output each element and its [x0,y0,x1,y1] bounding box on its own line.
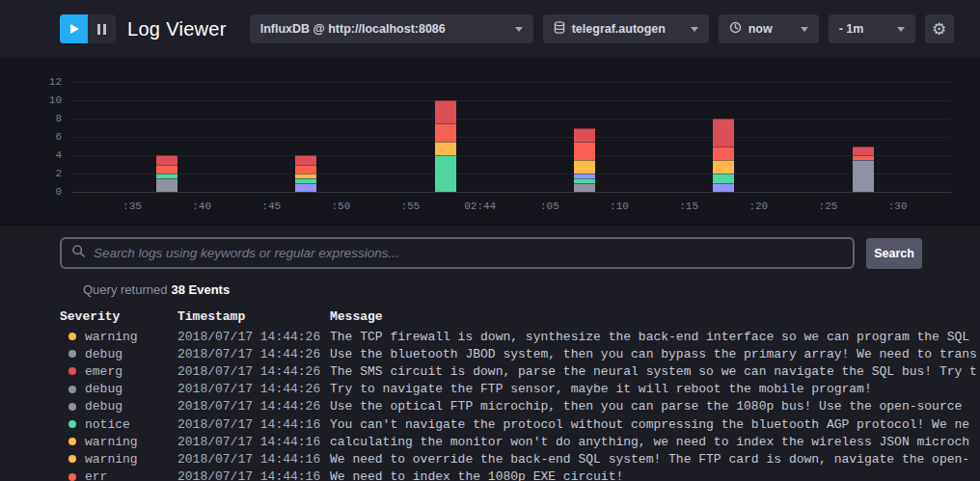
y-axis-label: 10 [35,94,62,106]
log-viewer-app: Log Viewer InfluxDB @ http://localhost:8… [0,0,980,481]
histogram-bar[interactable] [574,128,595,193]
severity-cell: warning [60,452,177,467]
x-axis-label: :10 [590,200,648,212]
table-row[interactable]: warning2018/07/17 14:44:16calculating th… [60,433,980,450]
table-row[interactable]: debug2018/07/17 14:44:26Use the bluetoot… [60,345,980,362]
bar-segment-warning [574,160,595,174]
message-cell: We need to index the 1080p EXE circuit! [330,469,980,481]
chevron-down-icon [691,27,698,32]
message-cell: calculating the monitor won't do anythin… [330,435,980,449]
table-row[interactable]: err2018/07/17 14:44:16We need to index t… [60,468,980,481]
timestamp-cell: 2018/07/17 14:44:26 [177,382,330,396]
query-status: Query returned38 Events [83,282,980,297]
x-axis-label: :30 [869,200,927,212]
bar-segment-warning [435,142,456,155]
time-dropdown-label: now [749,22,773,36]
severity-cell: debug [60,382,177,396]
source-dropdown-label: InfluxDB @ http://localhost:8086 [260,22,446,36]
bar-segment-debug [853,160,874,192]
clock-icon [729,21,742,37]
x-axis-label: :20 [729,200,787,212]
table-row[interactable]: warning2018/07/17 14:44:26The TCP firewa… [60,328,980,345]
query-status-prefix: Query returned [83,282,167,297]
settings-button[interactable]: ⚙ [925,14,954,43]
severity-label: debug [85,347,122,361]
x-axis-label: :05 [521,200,579,212]
severity-cell: warning [60,435,177,449]
histogram-chart: 024681012:35:40:45:50:5502:44:05:10:15:2… [0,58,980,224]
message-cell: Try to navigate the FTP sensor, maybe it… [330,382,980,396]
message-cell: You can't navigate the protocol without … [330,417,980,432]
severity-dot-icon [68,386,76,393]
y-axis-label: 4 [35,149,62,161]
severity-label: warning [85,435,138,449]
severity-dot-icon [68,403,76,411]
time-dropdown[interactable]: now [719,14,819,43]
histogram-bar[interactable] [156,155,177,192]
database-dropdown[interactable]: telegraf.autogen [543,14,709,43]
severity-dot-icon [68,350,76,358]
y-axis-label: 8 [35,113,62,124]
bar-segment-err [574,142,595,160]
table-row[interactable]: emerg2018/07/17 14:44:26The SMS circuit … [60,362,980,380]
x-axis-label: 02:44 [451,200,509,212]
gridline [72,174,951,174]
severity-label: warning [85,330,138,344]
gridline [72,100,951,101]
chevron-down-icon [515,27,523,32]
table-body: warning2018/07/17 14:44:26The TCP firewa… [60,328,980,481]
severity-label: emerg [85,364,122,379]
timestamp-cell: 2018/07/17 14:44:16 [177,469,330,481]
play-icon [70,24,79,34]
header-timestamp: Timestamp [177,309,330,324]
bar-segment-err [435,123,456,142]
histogram-bar[interactable] [295,155,316,192]
bar-segment-emerg [853,147,874,156]
timestamp-cell: 2018/07/17 14:44:16 [177,435,330,449]
histogram-bar[interactable] [435,100,456,192]
table-row[interactable]: debug2018/07/17 14:44:26Try to navigate … [60,381,980,398]
x-axis-label: :50 [312,200,369,212]
timestamp-cell: 2018/07/17 14:44:26 [177,347,330,361]
chevron-down-icon [801,27,808,32]
histogram-bar[interactable] [713,119,734,192]
x-axis-label: :45 [242,200,300,212]
message-cell: Use the bluetooth JBOD system, then you … [330,347,980,361]
bar-segment-emerg [156,155,177,165]
severity-cell: notice [60,417,177,432]
database-icon [554,21,565,37]
source-dropdown[interactable]: InfluxDB @ http://localhost:8086 [250,14,533,43]
severity-label: warning [85,452,138,467]
x-axis-label: :25 [799,200,857,212]
timestamp-cell: 2018/07/17 14:44:26 [177,399,330,414]
gridline [72,192,951,193]
search-box[interactable] [60,237,855,269]
bar-segment-warning [713,160,734,174]
search-button[interactable]: Search [866,238,922,269]
bar-segment-err [156,165,177,174]
search-input[interactable] [94,246,843,260]
severity-label: debug [85,399,122,414]
header-severity: Severity [60,309,177,324]
bar-segment-emerg [295,155,316,165]
page-title: Log Viewer [127,18,227,40]
gridline [72,155,951,156]
bar-segment-emerg [574,128,595,142]
header-message: Message [330,309,980,324]
x-axis-label: :35 [103,200,161,212]
header: Log Viewer InfluxDB @ http://localhost:8… [0,0,980,58]
log-table: Severity Timestamp Message warning2018/0… [0,307,980,481]
severity-cell: emerg [60,364,177,379]
time-window-dropdown[interactable]: - 1m [829,14,915,43]
histogram-bar[interactable] [853,147,874,193]
table-row[interactable]: notice2018/07/17 14:44:16You can't navig… [60,415,980,433]
play-button[interactable] [60,14,88,43]
pause-button[interactable] [88,14,116,43]
bar-segment-err [295,165,316,174]
table-row[interactable]: debug2018/07/17 14:44:26Use the optical … [60,398,980,415]
message-cell: Use the optical FTP microchip, then you … [330,399,980,414]
gridline [72,82,951,83]
chart-plot [72,83,951,193]
x-axis-label: :40 [173,200,231,212]
table-row[interactable]: warning2018/07/17 14:44:16We need to ove… [60,450,980,468]
